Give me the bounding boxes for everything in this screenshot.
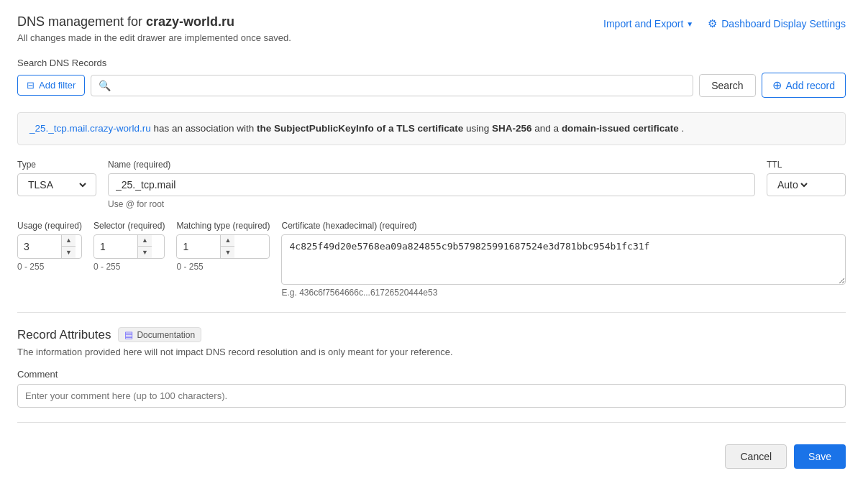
ttl-select-wrapper[interactable]: Auto (767, 173, 846, 196)
selector-range: 0 - 255 (93, 262, 165, 272)
cert-label: Certificate (hexadecimal) (required) (281, 221, 846, 231)
dashboard-settings-label: Dashboard Display Settings (721, 18, 846, 29)
usage-field-group: Usage (required) ▲ ▼ 0 - 255 (17, 221, 82, 272)
search-icon: 🔍 (99, 80, 111, 91)
selector-input-wrapper: ▲ ▼ (93, 234, 165, 259)
doc-icon: ▤ (124, 329, 133, 340)
form-section: Type TLSA Name (required) Use @ for root… (17, 160, 846, 313)
matching-type-field-group: Matching type (required) ▲ ▼ 0 - 255 (176, 221, 270, 272)
selector-label: Selector (required) (93, 221, 165, 231)
selector-decrement[interactable]: ▼ (138, 247, 152, 258)
search-input[interactable] (117, 80, 685, 91)
filter-icon: ⊟ (27, 80, 35, 91)
search-label: Search DNS Records (17, 58, 846, 68)
matching-type-decrement[interactable]: ▼ (221, 247, 234, 258)
record-attributes-section: Record Attributes ▤ Documentation The in… (17, 327, 846, 423)
ttl-field-group: TTL Auto (767, 160, 846, 196)
matching-type-label: Matching type (required) (176, 221, 270, 231)
dashboard-settings-button[interactable]: ⚙ Dashboard Display Settings (708, 17, 846, 30)
cert-field-group: Certificate (hexadecimal) (required) 4c8… (281, 221, 846, 298)
search-button-label: Search (711, 80, 743, 91)
ttl-label: TTL (767, 160, 846, 170)
attributes-title: Record Attributes (17, 328, 111, 342)
banner-text1: has an association with (154, 123, 257, 134)
import-export-label: Import and Export (603, 18, 683, 29)
search-section: Search DNS Records ⊟ Add filter 🔍 Search… (17, 58, 846, 98)
usage-decrement[interactable]: ▼ (62, 247, 76, 258)
domain-name: crazy-world.ru (146, 14, 234, 29)
attributes-description: The information provided here will not i… (17, 347, 846, 357)
usage-label: Usage (required) (17, 221, 82, 231)
usage-input-wrapper: ▲ ▼ (17, 234, 82, 259)
add-record-button[interactable]: ⊕ Add record (762, 73, 846, 98)
banner-text2: using (466, 123, 492, 134)
ttl-select[interactable]: Auto (775, 178, 810, 191)
selector-input[interactable] (94, 237, 137, 257)
matching-type-increment[interactable]: ▲ (221, 235, 234, 247)
cert-example: E.g. 436c6f7564666c...61726520444e53 (281, 288, 846, 298)
matching-type-input-wrapper: ▲ ▼ (176, 234, 270, 259)
selector-spinner: ▲ ▼ (137, 235, 152, 258)
usage-range: 0 - 255 (17, 262, 82, 272)
search-input-wrapper: 🔍 (91, 75, 693, 96)
add-record-label: Add record (786, 80, 835, 91)
selector-field-group: Selector (required) ▲ ▼ 0 - 255 (93, 221, 165, 272)
documentation-badge[interactable]: ▤ Documentation (118, 327, 201, 342)
matching-type-range: 0 - 255 (176, 262, 270, 272)
save-label: Save (808, 451, 831, 462)
search-row: ⊟ Add filter 🔍 Search ⊕ Add record (17, 73, 846, 98)
type-label: Type (17, 160, 96, 170)
save-button[interactable]: Save (794, 444, 846, 469)
header-right: Import and Export ▼ ⚙ Dashboard Display … (603, 14, 846, 30)
matching-type-input[interactable] (177, 237, 220, 257)
page-title: DNS management for crazy-world.ru (17, 14, 291, 29)
name-hint: Use @ for root (108, 199, 755, 209)
form-bottom-row: Usage (required) ▲ ▼ 0 - 255 Selector (r… (17, 221, 846, 298)
chevron-down-icon: ▼ (686, 20, 693, 28)
banner-domain-link[interactable]: _25._tcp.mail.crazy-world.ru (29, 123, 151, 134)
cancel-label: Cancel (740, 451, 772, 462)
banner-text4: . (681, 123, 684, 134)
selector-increment[interactable]: ▲ (138, 235, 152, 247)
gear-icon: ⚙ (708, 17, 717, 30)
attributes-header: Record Attributes ▤ Documentation (17, 327, 846, 342)
matching-type-spinner: ▲ ▼ (220, 235, 234, 258)
header-left: DNS management for crazy-world.ru All ch… (17, 14, 291, 43)
usage-increment[interactable]: ▲ (62, 235, 76, 247)
comment-label: Comment (17, 369, 846, 380)
banner-bold2: SHA-256 (492, 123, 532, 134)
top-header: DNS management for crazy-world.ru All ch… (17, 14, 846, 43)
banner-text3: and a (534, 123, 562, 134)
footer-actions: Cancel Save (17, 437, 846, 469)
page-subtitle: All changes made in the edit drawer are … (17, 32, 291, 43)
comment-input[interactable] (17, 384, 846, 408)
form-top-row: Type TLSA Name (required) Use @ for root… (17, 160, 846, 209)
info-banner: _25._tcp.mail.crazy-world.ru has an asso… (17, 112, 846, 145)
usage-input[interactable] (18, 237, 61, 257)
add-filter-button[interactable]: ⊟ Add filter (17, 75, 85, 96)
search-button[interactable]: Search (699, 74, 755, 97)
plus-icon: ⊕ (772, 78, 782, 92)
cert-textarea[interactable]: 4c825f49d20e5768ea09a824855c9b5798259916… (281, 234, 846, 285)
banner-bold1: the SubjectPublicKeyInfo of a TLS certif… (257, 123, 463, 134)
name-field-group: Name (required) Use @ for root (108, 160, 755, 209)
banner-bold3: domain-issued certificate (562, 123, 679, 134)
name-input[interactable] (108, 173, 755, 196)
doc-label: Documentation (137, 330, 195, 340)
cancel-button[interactable]: Cancel (725, 444, 787, 469)
type-select[interactable]: TLSA (25, 178, 88, 191)
name-label: Name (required) (108, 160, 755, 170)
title-prefix: DNS management for (17, 14, 146, 29)
import-export-button[interactable]: Import and Export ▼ (603, 18, 693, 29)
usage-spinner: ▲ ▼ (61, 235, 76, 258)
add-filter-label: Add filter (39, 80, 76, 91)
type-select-wrapper[interactable]: TLSA (17, 173, 96, 196)
type-field-group: Type TLSA (17, 160, 96, 196)
